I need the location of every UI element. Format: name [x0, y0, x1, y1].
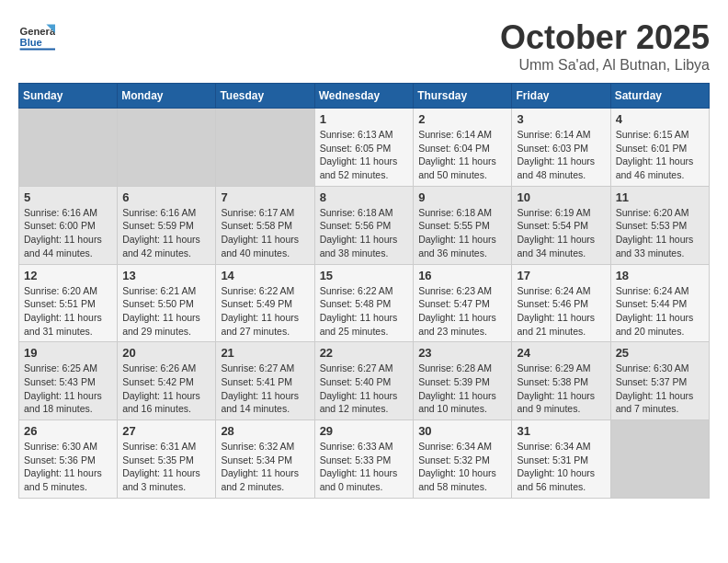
calendar-cell	[216, 109, 314, 187]
day-info: Sunrise: 6:20 AMSunset: 5:53 PMDaylight:…	[616, 206, 704, 260]
header-sunday: Sunday	[19, 84, 118, 109]
calendar-cell: 6Sunrise: 6:16 AMSunset: 5:59 PMDaylight…	[118, 186, 216, 264]
calendar-cell: 13Sunrise: 6:21 AMSunset: 5:50 PMDayligh…	[118, 264, 216, 342]
calendar-cell: 17Sunrise: 6:24 AMSunset: 5:46 PMDayligh…	[512, 264, 610, 342]
day-number: 30	[418, 424, 506, 438]
day-number: 4	[616, 112, 704, 126]
calendar-cell: 11Sunrise: 6:20 AMSunset: 5:53 PMDayligh…	[610, 186, 709, 264]
calendar-week-2: 5Sunrise: 6:16 AMSunset: 6:00 PMDaylight…	[19, 186, 710, 264]
day-info: Sunrise: 6:19 AMSunset: 5:54 PMDaylight:…	[517, 206, 605, 260]
day-number: 29	[320, 424, 409, 438]
calendar-cell: 19Sunrise: 6:25 AMSunset: 5:43 PMDayligh…	[19, 342, 118, 420]
calendar-cell: 25Sunrise: 6:30 AMSunset: 5:37 PMDayligh…	[610, 342, 709, 420]
calendar-cell: 31Sunrise: 6:34 AMSunset: 5:31 PMDayligh…	[512, 420, 610, 499]
day-info: Sunrise: 6:32 AMSunset: 5:34 PMDaylight:…	[221, 440, 309, 494]
calendar-cell: 24Sunrise: 6:29 AMSunset: 5:38 PMDayligh…	[512, 342, 610, 420]
day-info: Sunrise: 6:22 AMSunset: 5:48 PMDaylight:…	[320, 284, 409, 339]
calendar-cell: 14Sunrise: 6:22 AMSunset: 5:49 PMDayligh…	[216, 264, 314, 342]
day-number: 17	[517, 269, 605, 282]
day-number: 18	[616, 269, 704, 282]
logo: General Blue	[18, 18, 59, 55]
calendar-cell: 7Sunrise: 6:17 AMSunset: 5:58 PMDaylight…	[216, 186, 314, 264]
day-info: Sunrise: 6:13 AMSunset: 6:05 PMDaylight:…	[320, 128, 409, 182]
day-info: Sunrise: 6:16 AMSunset: 5:59 PMDaylight:…	[122, 206, 210, 260]
day-info: Sunrise: 6:15 AMSunset: 6:01 PMDaylight:…	[616, 128, 704, 182]
day-info: Sunrise: 6:34 AMSunset: 5:31 PMDaylight:…	[517, 440, 605, 494]
calendar-cell: 2Sunrise: 6:14 AMSunset: 6:04 PMDaylight…	[414, 109, 512, 187]
calendar-cell: 12Sunrise: 6:20 AMSunset: 5:51 PMDayligh…	[19, 264, 118, 342]
header-wednesday: Wednesday	[314, 84, 414, 109]
day-number: 2	[418, 112, 506, 126]
calendar-cell: 26Sunrise: 6:30 AMSunset: 5:36 PMDayligh…	[19, 420, 118, 499]
day-number: 1	[320, 112, 409, 126]
page-subtitle: Umm Sa'ad, Al Butnan, Libya	[500, 57, 710, 74]
day-info: Sunrise: 6:20 AMSunset: 5:51 PMDaylight:…	[24, 284, 112, 339]
day-info: Sunrise: 6:27 AMSunset: 5:40 PMDaylight:…	[320, 362, 409, 416]
calendar-cell: 21Sunrise: 6:27 AMSunset: 5:41 PMDayligh…	[216, 342, 314, 420]
day-number: 5	[24, 190, 112, 204]
day-number: 23	[418, 346, 506, 360]
calendar-cell: 16Sunrise: 6:23 AMSunset: 5:47 PMDayligh…	[414, 264, 512, 342]
calendar-cell: 9Sunrise: 6:18 AMSunset: 5:55 PMDaylight…	[414, 186, 512, 264]
calendar-cell	[610, 420, 709, 499]
day-info: Sunrise: 6:18 AMSunset: 5:55 PMDaylight:…	[418, 206, 506, 260]
day-number: 16	[418, 269, 506, 282]
day-number: 28	[221, 424, 309, 438]
day-info: Sunrise: 6:28 AMSunset: 5:39 PMDaylight:…	[418, 362, 506, 416]
day-info: Sunrise: 6:24 AMSunset: 5:44 PMDaylight:…	[616, 284, 704, 339]
calendar-cell: 8Sunrise: 6:18 AMSunset: 5:56 PMDaylight…	[314, 186, 414, 264]
day-number: 3	[517, 112, 605, 126]
day-number: 31	[517, 424, 605, 438]
calendar-cell: 28Sunrise: 6:32 AMSunset: 5:34 PMDayligh…	[216, 420, 314, 499]
calendar-week-5: 26Sunrise: 6:30 AMSunset: 5:36 PMDayligh…	[19, 420, 710, 499]
day-number: 6	[122, 190, 210, 204]
calendar-header-row: Sunday Monday Tuesday Wednesday Thursday…	[19, 84, 710, 109]
day-number: 20	[122, 346, 210, 360]
day-info: Sunrise: 6:21 AMSunset: 5:50 PMDaylight:…	[122, 284, 210, 339]
day-info: Sunrise: 6:27 AMSunset: 5:41 PMDaylight:…	[221, 362, 309, 416]
day-number: 12	[24, 269, 112, 282]
day-number: 25	[616, 346, 704, 360]
day-number: 15	[320, 269, 409, 282]
day-info: Sunrise: 6:18 AMSunset: 5:56 PMDaylight:…	[320, 206, 409, 260]
calendar-week-3: 12Sunrise: 6:20 AMSunset: 5:51 PMDayligh…	[19, 264, 710, 342]
calendar-cell: 4Sunrise: 6:15 AMSunset: 6:01 PMDaylight…	[610, 109, 709, 187]
calendar-cell: 30Sunrise: 6:34 AMSunset: 5:32 PMDayligh…	[414, 420, 512, 499]
calendar-cell: 27Sunrise: 6:31 AMSunset: 5:35 PMDayligh…	[118, 420, 216, 499]
day-number: 10	[517, 190, 605, 204]
day-info: Sunrise: 6:17 AMSunset: 5:58 PMDaylight:…	[221, 206, 309, 260]
calendar-cell	[118, 109, 216, 187]
day-number: 21	[221, 346, 309, 360]
calendar-cell: 29Sunrise: 6:33 AMSunset: 5:33 PMDayligh…	[314, 420, 414, 499]
day-number: 19	[24, 346, 112, 360]
calendar-cell: 20Sunrise: 6:26 AMSunset: 5:42 PMDayligh…	[118, 342, 216, 420]
day-info: Sunrise: 6:23 AMSunset: 5:47 PMDaylight:…	[418, 284, 506, 339]
calendar-table: Sunday Monday Tuesday Wednesday Thursday…	[18, 83, 710, 499]
calendar-cell: 23Sunrise: 6:28 AMSunset: 5:39 PMDayligh…	[414, 342, 512, 420]
calendar-cell: 15Sunrise: 6:22 AMSunset: 5:48 PMDayligh…	[314, 264, 414, 342]
day-info: Sunrise: 6:14 AMSunset: 6:03 PMDaylight:…	[517, 128, 605, 182]
day-info: Sunrise: 6:29 AMSunset: 5:38 PMDaylight:…	[517, 362, 605, 416]
calendar-cell: 22Sunrise: 6:27 AMSunset: 5:40 PMDayligh…	[314, 342, 414, 420]
page-header: General Blue October 2025 Umm Sa'ad, Al …	[18, 18, 710, 74]
day-number: 27	[122, 424, 210, 438]
day-info: Sunrise: 6:30 AMSunset: 5:36 PMDaylight:…	[24, 440, 112, 494]
day-info: Sunrise: 6:33 AMSunset: 5:33 PMDaylight:…	[320, 440, 409, 494]
day-number: 13	[122, 269, 210, 282]
page-title: October 2025	[500, 18, 710, 57]
day-number: 26	[24, 424, 112, 438]
title-block: October 2025 Umm Sa'ad, Al Butnan, Libya	[500, 18, 710, 74]
day-info: Sunrise: 6:31 AMSunset: 5:35 PMDaylight:…	[122, 440, 210, 494]
calendar-cell	[19, 109, 118, 187]
header-friday: Friday	[512, 84, 610, 109]
header-monday: Monday	[118, 84, 216, 109]
day-number: 14	[221, 269, 309, 282]
calendar-cell: 3Sunrise: 6:14 AMSunset: 6:03 PMDaylight…	[512, 109, 610, 187]
day-info: Sunrise: 6:14 AMSunset: 6:04 PMDaylight:…	[418, 128, 506, 182]
day-info: Sunrise: 6:25 AMSunset: 5:43 PMDaylight:…	[24, 362, 112, 416]
day-info: Sunrise: 6:24 AMSunset: 5:46 PMDaylight:…	[517, 284, 605, 339]
day-info: Sunrise: 6:26 AMSunset: 5:42 PMDaylight:…	[122, 362, 210, 416]
calendar-cell: 18Sunrise: 6:24 AMSunset: 5:44 PMDayligh…	[610, 264, 709, 342]
svg-text:Blue: Blue	[20, 37, 42, 48]
day-info: Sunrise: 6:22 AMSunset: 5:49 PMDaylight:…	[221, 284, 309, 339]
